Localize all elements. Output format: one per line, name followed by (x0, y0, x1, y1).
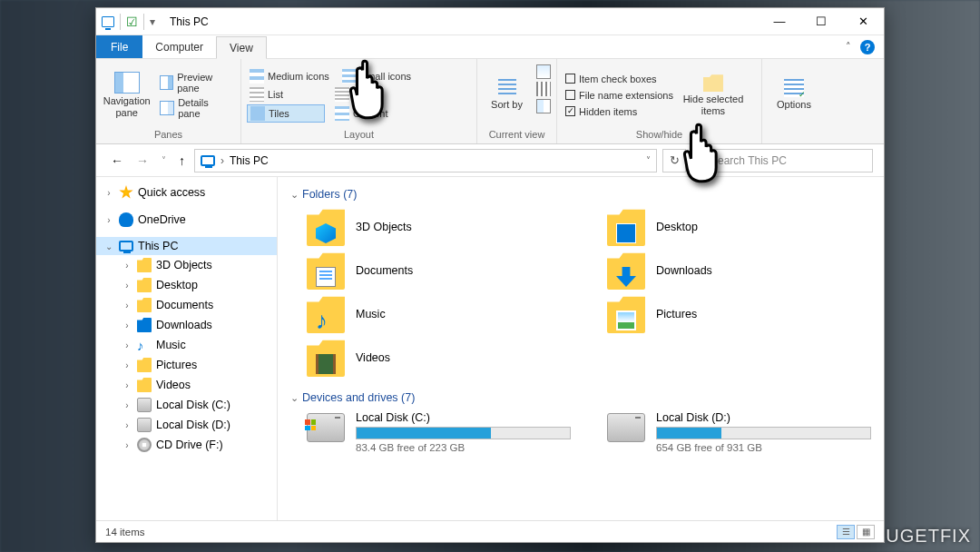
tree-item[interactable]: ›Local Disk (C:) (96, 395, 277, 415)
drive-d-name: Local Disk (D:) (656, 411, 871, 424)
details-view-switch[interactable]: ☰ (837, 525, 855, 539)
computer-tab[interactable]: Computer (142, 35, 216, 58)
window-title: This PC (161, 15, 209, 28)
folder-3d-objects[interactable]: 3D Objects (307, 208, 571, 246)
tree-item[interactable]: ›♪Music (96, 335, 277, 355)
help-icon[interactable]: ? (860, 40, 875, 54)
drive-c-name: Local Disk (C:) (356, 411, 571, 424)
maximize-button[interactable]: ☐ (800, 8, 842, 35)
navigation-pane-label: Navigation pane (102, 95, 152, 117)
drive-c-free: 83.4 GB free of 223 GB (356, 442, 571, 453)
collapse-ribbon-icon[interactable]: ˄ (846, 41, 851, 53)
folder-videos[interactable]: Videos (307, 339, 571, 377)
options-label: Options (777, 99, 811, 110)
titlebar: ☑ ▾ This PC ― ☐ ✕ (96, 8, 884, 35)
details-pane-button[interactable]: Details pane (157, 96, 235, 120)
tree-item[interactable]: ›Downloads (96, 315, 277, 335)
sort-by-label: Sort by (491, 99, 523, 110)
item-check-boxes-toggle[interactable]: Item check boxes (563, 73, 676, 85)
address-location: This PC (230, 154, 269, 167)
qat-properties-icon[interactable]: ☑ (126, 15, 138, 29)
hide-selected-items-button[interactable]: Hide selected items (681, 61, 745, 129)
content-button[interactable]: Content (332, 104, 391, 123)
address-bar[interactable]: › This PC ˅ (194, 149, 657, 172)
folder-pictures[interactable]: Pictures (607, 295, 871, 333)
drive-d-usage-bar (656, 427, 871, 439)
tree-this-pc[interactable]: ⌄This PC (96, 237, 277, 255)
size-columns-icon[interactable] (536, 99, 551, 113)
list-button[interactable]: List (247, 86, 325, 103)
tree-onedrive[interactable]: ›OneDrive (96, 210, 277, 230)
add-columns-icon[interactable] (536, 82, 551, 96)
folder-music[interactable]: ♪Music (307, 295, 571, 333)
drive-d[interactable]: Local Disk (D:) 654 GB free of 931 GB (607, 411, 871, 453)
tree-quick-access[interactable]: ›Quick access (96, 182, 277, 202)
tree-item[interactable]: ›3D Objects (96, 255, 277, 275)
recent-locations-icon[interactable]: ˅ (158, 155, 170, 165)
search-icon: ⌕ (698, 153, 705, 167)
medium-icons-button[interactable]: Medium icons (247, 68, 332, 84)
options-button[interactable]: ✓ Options (768, 61, 820, 129)
details-button[interactable]: Details (332, 86, 387, 103)
view-tab[interactable]: View (216, 36, 267, 59)
up-button[interactable]: ↑ (175, 153, 189, 168)
address-dropdown-icon[interactable]: ˅ (646, 155, 651, 165)
folders-section-header[interactable]: Folders (7) (290, 184, 871, 204)
watermark: UGETFIX (886, 526, 971, 547)
navigation-pane-button[interactable]: Navigation pane (102, 61, 152, 129)
nav-row: ← → ˅ ↑ › This PC ˅ ↻ ⌕ Search This PC (96, 144, 884, 177)
group-by-icon[interactable] (536, 64, 551, 79)
tree-item[interactable]: ›Local Disk (D:) (96, 415, 277, 435)
quick-access-toolbar: ☑ ▾ (96, 14, 161, 30)
file-name-extensions-toggle[interactable]: File name extensions (563, 89, 676, 102)
tree-item[interactable]: ›CD Drive (F:) (96, 435, 277, 455)
current-view-group-label: Current view (483, 129, 551, 142)
item-count: 14 items (105, 527, 144, 537)
ribbon: Navigation pane Preview pane Details pan… (96, 59, 884, 144)
file-explorer-window: ☑ ▾ This PC ― ☐ ✕ File Computer View ˄ ?… (95, 7, 885, 543)
folder-downloads[interactable]: Downloads (607, 251, 871, 290)
hidden-items-toggle[interactable]: Hidden items (563, 105, 676, 118)
drives-section-header[interactable]: Devices and drives (7) (290, 388, 871, 408)
hide-selected-label: Hide selected items (681, 94, 745, 115)
sort-by-button[interactable]: Sort by (483, 61, 531, 129)
tiles-button[interactable]: Tiles (247, 104, 325, 123)
qat-dropdown-icon[interactable]: ▾ (150, 15, 155, 28)
file-tab[interactable]: File (96, 35, 142, 58)
navigation-tree[interactable]: ›Quick access ›OneDrive ⌄This PC ›3D Obj… (96, 177, 278, 520)
folder-documents[interactable]: Documents (307, 251, 571, 290)
app-icon (102, 16, 114, 27)
drive-d-free: 654 GB free of 931 GB (656, 442, 871, 453)
refresh-button[interactable]: ↻ (662, 149, 686, 172)
back-button[interactable]: ← (107, 153, 127, 168)
drive-c-usage-bar (356, 427, 571, 439)
layout-group-label: Layout (247, 129, 471, 142)
tree-item[interactable]: ›Pictures (96, 355, 277, 375)
preview-pane-button[interactable]: Preview pane (157, 71, 235, 94)
address-pc-icon (201, 155, 215, 166)
minimize-button[interactable]: ― (759, 8, 800, 35)
folder-desktop[interactable]: Desktop (607, 208, 871, 246)
forward-button[interactable]: → (132, 153, 152, 168)
ribbon-tabs: File Computer View ˄ ? (96, 35, 884, 59)
drive-c[interactable]: Local Disk (C:) 83.4 GB free of 223 GB (307, 411, 571, 453)
search-placeholder: Search This PC (710, 154, 787, 167)
panes-group-label: Panes (102, 129, 235, 142)
small-icons-button[interactable]: Small icons (339, 68, 414, 84)
show-hide-group-label: Show/hide (563, 129, 756, 142)
content-pane[interactable]: Folders (7) 3D Objects Desktop Documents… (278, 177, 884, 520)
tree-item[interactable]: ›Documents (96, 295, 277, 315)
tiles-view-switch[interactable]: ▦ (857, 525, 875, 539)
tree-item[interactable]: ›Desktop (96, 275, 277, 295)
search-box[interactable]: ⌕ Search This PC (691, 149, 873, 172)
status-bar: 14 items ☰ ▦ (96, 520, 884, 542)
close-button[interactable]: ✕ (842, 8, 884, 35)
tree-item[interactable]: ›Videos (96, 375, 277, 395)
